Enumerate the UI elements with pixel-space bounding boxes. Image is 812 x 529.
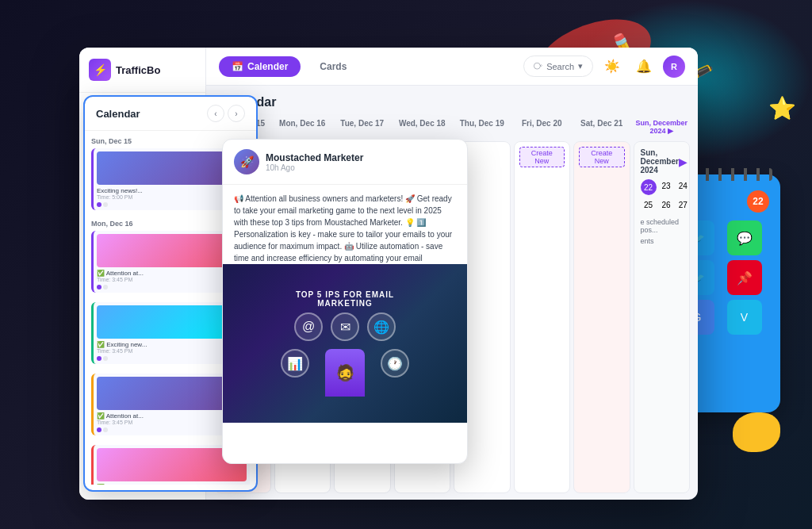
mini-cal-prev[interactable]: ‹ xyxy=(207,105,224,122)
platform-cell-wa: 💬 xyxy=(727,220,762,255)
mini-post-text-5: ✅ Exciting new... xyxy=(97,484,247,485)
bell-icon-button[interactable]: 🔔 xyxy=(631,54,657,79)
post-image-overlay: TOP 5 IPS for EMAILMARKETING @ ✉ 🌐 📊 🧔 🕐 xyxy=(223,264,467,423)
date-27: 27 xyxy=(676,198,690,212)
tab-cards[interactable]: Cards xyxy=(307,56,359,77)
cal-cell-dec20: Create New xyxy=(514,141,571,493)
email-icons-row: @ ✉ 🌐 xyxy=(294,312,396,341)
dot xyxy=(103,285,108,289)
cal-book-date: 22 xyxy=(747,190,769,213)
create-new-dec21[interactable]: Create New xyxy=(579,147,625,167)
chart-icon: 📊 xyxy=(281,349,309,378)
dot xyxy=(103,356,108,361)
yellow-blob-decoration xyxy=(733,412,780,452)
post-author-name: Moustached Marketer xyxy=(266,152,363,163)
post-author-info: Moustached Marketer 10h Ago xyxy=(266,152,363,172)
mini-cal-header: Calendar ‹ › xyxy=(85,97,256,131)
email-marketing-title: TOP 5 IPS for EMAILMARKETING xyxy=(296,290,394,308)
dot-active xyxy=(97,202,102,207)
chevron-down-icon: ▾ xyxy=(578,61,583,71)
date-26: 26 xyxy=(660,198,673,212)
day-header-sun-right: Sun, December 2024 ▶ xyxy=(634,116,691,138)
month-next-icon[interactable]: ▶ xyxy=(679,155,688,168)
page-title: Calendar xyxy=(206,86,698,116)
post-card-body: 📢 Attention all business owners and mark… xyxy=(223,185,467,264)
day-header-tue17: Tue, Dec 17 xyxy=(334,116,391,138)
platform-cell-vi: V xyxy=(727,300,762,335)
day-header-wed18: Wed, Dec 18 xyxy=(394,116,451,138)
sidebar-logo: ⚡ TrafficBo xyxy=(79,48,205,93)
logo-icon: ⚡ xyxy=(89,59,111,81)
post-avatar: 🚀 xyxy=(234,149,259,174)
bottom-icons-row: 📊 🧔 🕐 xyxy=(281,349,409,397)
sun-icon-button[interactable]: ☀️ xyxy=(599,54,625,79)
logo-text: TrafficBo xyxy=(116,64,160,76)
post-time-ago: 10h Ago xyxy=(266,163,363,172)
star-decoration: ⭐ xyxy=(768,95,796,121)
platform-cell-pi: 📌 xyxy=(727,260,762,295)
dot xyxy=(103,427,108,432)
dot-active xyxy=(97,356,102,361)
app-header: 📅 Calender Cards ⧂ Search ▾ ☀️ 🔔 R xyxy=(206,48,698,86)
date-23: 23 xyxy=(660,179,673,195)
dot-active xyxy=(97,427,102,432)
post-card-header: 🚀 Moustached Marketer 10h Ago xyxy=(223,140,467,185)
email-marketing-visual: TOP 5 IPS for EMAILMARKETING @ ✉ 🌐 📊 🧔 🕐 xyxy=(281,290,409,397)
events-label: ents xyxy=(641,237,684,245)
clock-icon: 🕐 xyxy=(381,349,409,378)
cal-cell-dec21: Create New xyxy=(573,141,630,493)
dot xyxy=(103,202,108,207)
filter-icon: ⧂ xyxy=(534,61,542,71)
day-header-fri20: Fri, Dec 20 xyxy=(514,116,571,138)
search-button[interactable]: ⧂ Search ▾ xyxy=(523,56,593,77)
marketer-figure: 🧔 xyxy=(325,349,365,397)
day-header-mon16: Mon, Dec 16 xyxy=(274,116,331,138)
calendar-day-headers: Sun, Dec 15 Mon, Dec 16 Tue, Dec 17 Wed,… xyxy=(214,116,690,138)
dot-active xyxy=(97,285,102,289)
calendar-tab-icon: 📅 xyxy=(232,61,243,72)
mini-cal-nav: ‹ › xyxy=(207,105,245,122)
post-detail-card: 🚀 Moustached Marketer 10h Ago 📢 Attentio… xyxy=(222,139,468,464)
globe-icon: 🌐 xyxy=(367,312,396,341)
day-header-sat21: Sat, Dec 21 xyxy=(573,116,630,138)
cal-cell-right-month: Sun, December 2024 ▶ 22 23 24 25 26 27 e… xyxy=(634,141,691,493)
create-new-dec20[interactable]: Create New xyxy=(519,147,565,167)
date-25: 25 xyxy=(641,198,657,212)
at-icon: @ xyxy=(294,312,323,341)
post-card-image: TOP 5 IPS for EMAILMARKETING @ ✉ 🌐 📊 🧔 🕐 xyxy=(223,264,467,423)
avatar: R xyxy=(663,56,685,78)
scheduled-posts-label: e scheduled pos... xyxy=(641,218,684,234)
tab-calendar[interactable]: 📅 Calender xyxy=(219,56,301,77)
date-24: 24 xyxy=(676,179,690,195)
mini-cal-title: Calendar xyxy=(96,108,140,120)
envelope-icon: ✉ xyxy=(331,312,359,341)
day-header-thu19: Thu, Dec 19 xyxy=(454,116,511,138)
date-22: 22 xyxy=(641,179,657,195)
mini-cal-next[interactable]: › xyxy=(228,105,245,122)
